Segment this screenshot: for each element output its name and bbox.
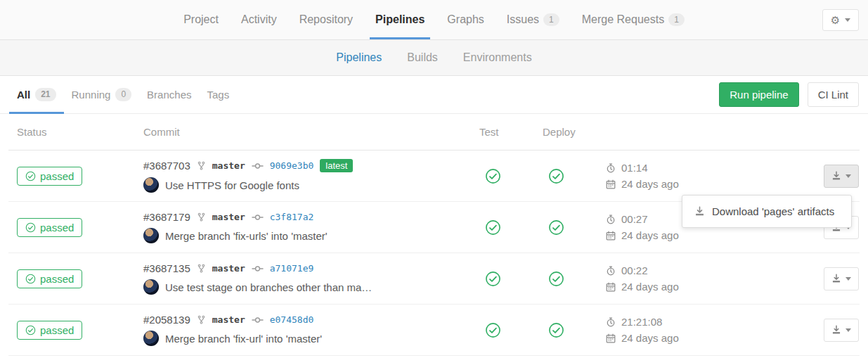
status-badge[interactable]: passed <box>17 167 82 186</box>
deploy-stage-passed-icon[interactable] <box>548 168 564 184</box>
test-stage-passed-icon[interactable] <box>485 219 501 236</box>
ci-lint-button[interactable]: CI Lint <box>808 82 859 107</box>
nav-item-merge-requests[interactable]: Merge Requests 1 <box>572 0 694 39</box>
chevron-down-icon <box>846 277 851 281</box>
column-header-deploy: Deploy <box>534 126 597 138</box>
pipeline-age: 24 days ago <box>621 178 679 190</box>
gear-icon: ⚙ <box>831 15 840 25</box>
deploy-stage-passed-icon[interactable] <box>548 219 564 236</box>
branch-icon <box>197 315 206 324</box>
pipeline-row: passed #2058139 master e07458d0 Merge br… <box>8 305 860 356</box>
stopwatch-icon <box>606 215 616 224</box>
project-nav-list: Project Activity Repository Pipelines Gr… <box>174 0 694 39</box>
nav-item-issues[interactable]: Issues 1 <box>497 0 569 39</box>
pipeline-duration: 21:21:08 <box>621 316 662 328</box>
calendar-icon <box>606 333 616 343</box>
status-badge[interactable]: passed <box>17 218 82 237</box>
commit-message-link[interactable]: Use test stage on branches other than ma… <box>165 281 372 293</box>
commit-icon <box>252 162 264 170</box>
calendar-icon <box>606 231 616 241</box>
commit-sha-link[interactable]: 9069e3b0 <box>270 160 314 171</box>
pipeline-age: 24 days ago <box>621 229 679 241</box>
commit-sha-link[interactable]: c3f817a2 <box>270 212 314 222</box>
commit-sha-link[interactable]: e07458d0 <box>270 314 314 325</box>
test-stage-passed-icon[interactable] <box>485 322 501 338</box>
artifacts-dropdown-menu: Download 'pages' artifacts <box>682 195 852 228</box>
pipeline-duration: 00:22 <box>621 264 648 276</box>
pipeline-id: #3687135 <box>143 262 190 274</box>
filter-tabs: All 21 Running 0 Branches Tags <box>9 76 237 113</box>
run-pipeline-button[interactable]: Run pipeline <box>719 82 798 107</box>
nav-item-graphs[interactable]: Graphs <box>437 0 493 39</box>
merge-requests-count-badge: 1 <box>668 13 685 26</box>
stopwatch-icon <box>606 163 616 173</box>
check-circle-icon <box>25 171 36 181</box>
filter-tab-branches[interactable]: Branches <box>139 76 199 113</box>
commit-sha-link[interactable]: a71071e9 <box>270 263 314 274</box>
nav-item-activity[interactable]: Activity <box>231 0 287 39</box>
download-artifacts-button[interactable] <box>824 165 859 188</box>
deploy-stage-passed-icon[interactable] <box>548 271 564 287</box>
branch-icon <box>197 212 206 222</box>
pipeline-duration: 01:14 <box>621 162 648 174</box>
subnav-item-builds[interactable]: Builds <box>397 51 448 64</box>
commit-icon <box>252 265 264 272</box>
download-icon <box>831 325 841 335</box>
branch-link[interactable]: master <box>212 263 245 274</box>
subnav-item-environments[interactable]: Environments <box>453 51 542 64</box>
pipeline-duration: 00:27 <box>621 213 648 225</box>
commit-icon <box>252 317 264 324</box>
download-artifacts-button[interactable] <box>824 267 859 290</box>
nav-item-pipelines[interactable]: Pipelines <box>365 0 434 39</box>
project-nav: Project Activity Repository Pipelines Gr… <box>0 0 868 39</box>
running-count-badge: 0 <box>115 88 131 101</box>
chevron-down-icon <box>846 328 851 332</box>
pipeline-age: 24 days ago <box>621 281 679 293</box>
pipeline-row: passed #3687135 master a71071e9 Use test… <box>8 253 860 305</box>
download-pages-artifacts-item[interactable]: Download 'pages' artifacts <box>682 200 851 223</box>
branch-icon <box>197 161 206 170</box>
latest-badge: latest <box>320 159 353 172</box>
branch-icon <box>197 264 206 273</box>
commit-message-link[interactable]: Merge branch 'fix-url' into 'master' <box>165 333 322 345</box>
avatar[interactable] <box>143 228 159 243</box>
stopwatch-icon <box>606 317 616 327</box>
filter-tab-running[interactable]: Running 0 <box>64 76 140 113</box>
column-header-status: Status <box>8 126 135 138</box>
test-stage-passed-icon[interactable] <box>485 271 501 287</box>
chevron-down-icon <box>846 174 851 178</box>
subnav-item-pipelines[interactable]: Pipelines <box>326 51 391 64</box>
stopwatch-icon <box>606 266 616 276</box>
calendar-icon <box>606 179 616 189</box>
avatar[interactable] <box>143 177 159 193</box>
status-badge[interactable]: passed <box>17 269 82 288</box>
branch-link[interactable]: master <box>212 212 245 222</box>
pipelines-table: Status Commit Test Deploy passed #368770… <box>0 114 868 356</box>
pipeline-id: #3687179 <box>143 211 190 223</box>
download-icon <box>831 274 841 283</box>
commit-message-link[interactable]: Use HTTPS for Google fonts <box>165 179 299 191</box>
pipeline-id: #3687703 <box>143 160 190 172</box>
issues-count-badge: 1 <box>543 13 559 26</box>
commit-message-link[interactable]: Merge branch 'fix-urls' into 'master' <box>165 230 328 242</box>
filter-tab-all[interactable]: All 21 <box>9 76 64 113</box>
avatar[interactable] <box>143 279 159 295</box>
project-settings-button[interactable]: ⚙ <box>822 9 859 31</box>
pipelines-page: Project Activity Repository Pipelines Gr… <box>0 0 868 358</box>
download-icon <box>831 171 841 181</box>
nav-item-repository[interactable]: Repository <box>290 0 363 39</box>
check-circle-icon <box>25 325 36 335</box>
commit-icon <box>252 214 264 221</box>
branch-link[interactable]: master <box>212 160 245 171</box>
filter-tab-tags[interactable]: Tags <box>199 76 237 113</box>
pipelines-filter-bar: All 21 Running 0 Branches Tags Run pipel… <box>0 76 868 114</box>
download-artifacts-button[interactable] <box>824 319 859 342</box>
deploy-stage-passed-icon[interactable] <box>548 322 564 338</box>
check-circle-icon <box>25 274 36 284</box>
nav-item-project[interactable]: Project <box>174 0 228 39</box>
avatar[interactable] <box>143 331 159 346</box>
test-stage-passed-icon[interactable] <box>485 168 501 184</box>
column-header-test: Test <box>471 126 534 138</box>
branch-link[interactable]: master <box>212 314 245 325</box>
status-badge[interactable]: passed <box>17 321 82 340</box>
